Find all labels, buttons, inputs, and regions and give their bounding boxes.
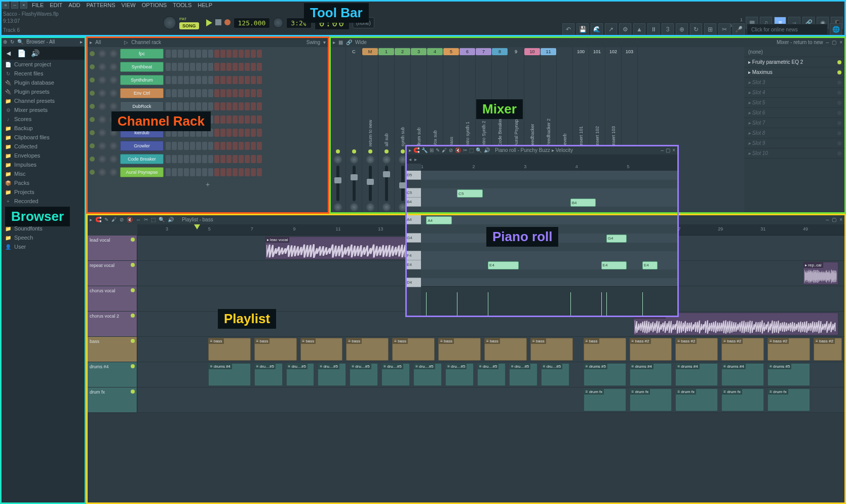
pl-close-icon[interactable]: × — [839, 217, 842, 222]
pr-grid-row[interactable] — [421, 207, 678, 216]
options-icon[interactable]: ⚙ — [619, 23, 631, 35]
step-button[interactable] — [233, 129, 238, 137]
step-button[interactable] — [196, 63, 201, 71]
tempo-display[interactable]: 125.000 — [234, 18, 271, 28]
mixer-wide[interactable]: Wide — [355, 40, 367, 45]
channel-button[interactable]: Punchy Buzz — [120, 114, 164, 125]
mixer-mute-led[interactable] — [352, 149, 356, 153]
pr-max-icon[interactable]: ▢ — [666, 147, 670, 153]
channel-pan-knob[interactable] — [98, 168, 107, 177]
channel-vol-knob[interactable] — [109, 102, 118, 111]
folder-icon[interactable]: 📄 — [17, 49, 26, 57]
step-button[interactable] — [166, 63, 171, 71]
channel-pan-knob[interactable] — [98, 141, 107, 150]
channel-button[interactable]: Synthdrum — [120, 75, 164, 85]
playlist-clip[interactable]: ≡ bass — [300, 338, 343, 361]
pl-menu-icon[interactable]: ▸ — [90, 217, 92, 222]
browser-item[interactable]: 📁Channel presets — [0, 96, 86, 105]
mixer-pan-knob[interactable] — [382, 156, 391, 164]
chrack-group[interactable]: All — [95, 40, 101, 45]
playlist-clip[interactable]: ≡ bass — [584, 338, 626, 361]
step-button[interactable] — [239, 102, 244, 110]
browser-item[interactable]: ⚙Mixer presets — [0, 105, 86, 114]
step-button[interactable] — [196, 102, 201, 110]
pr-nav-right-icon[interactable]: ▸ — [414, 157, 417, 162]
channel-led[interactable] — [90, 51, 95, 56]
mixer-pan-knob[interactable] — [334, 156, 342, 164]
swing-knob[interactable] — [273, 18, 283, 28]
velocity-bar[interactable] — [606, 292, 607, 317]
pr-slice-icon[interactable]: ✂ — [463, 147, 467, 153]
step-button[interactable] — [208, 155, 213, 163]
step-button[interactable] — [220, 129, 225, 137]
browser-item[interactable]: +Recorded — [0, 197, 86, 206]
mixer-track[interactable]: 1all sub — [378, 47, 395, 213]
step-button[interactable] — [239, 168, 244, 176]
mixer-send-knob[interactable] — [382, 203, 391, 211]
menu-edit[interactable]: EDIT — [47, 1, 65, 9]
mixer-slot[interactable]: ▸ Slot 10 — [744, 148, 845, 159]
export-icon[interactable]: ↗ — [605, 23, 617, 35]
step-button[interactable] — [190, 50, 195, 58]
step-button[interactable] — [166, 76, 171, 84]
mixer-fader[interactable] — [353, 166, 356, 201]
pr-nav-left-icon[interactable]: ◂ — [409, 157, 411, 162]
step-button[interactable] — [214, 129, 219, 137]
step-button[interactable] — [239, 50, 244, 58]
step-button[interactable] — [251, 155, 256, 163]
step-button[interactable] — [245, 50, 250, 58]
step-button[interactable] — [184, 115, 189, 124]
step-button[interactable] — [220, 50, 225, 58]
piano-key[interactable] — [406, 224, 421, 234]
step-button[interactable] — [233, 102, 238, 110]
step-button[interactable] — [226, 115, 232, 124]
piano-note[interactable]: E4 — [601, 261, 627, 269]
step-button[interactable] — [208, 168, 213, 176]
step-button[interactable] — [239, 63, 244, 71]
piano-key[interactable]: A4 — [406, 215, 421, 224]
step-button[interactable] — [233, 142, 238, 150]
step-button[interactable] — [190, 89, 195, 97]
step-button[interactable] — [202, 89, 207, 97]
playlist-clip[interactable]: ≡ dru…#5 — [509, 363, 537, 386]
playlist-clip[interactable]: ≡ bass — [484, 338, 527, 361]
step-button[interactable] — [178, 89, 183, 97]
playlist-clip[interactable]: ≡ dru…#5 — [541, 363, 569, 386]
step-button[interactable] — [226, 102, 232, 110]
channel-button[interactable]: Code Breaker — [120, 154, 164, 164]
mixer-view-icon[interactable]: ▦ — [338, 40, 343, 45]
mixer-fader[interactable] — [336, 166, 339, 201]
metronome-icon[interactable]: ▲ — [633, 23, 645, 35]
pl-paint-icon[interactable]: 🖌 — [111, 217, 117, 222]
browser-item[interactable]: 👤User — [0, 242, 86, 251]
step-button[interactable] — [196, 89, 201, 97]
step-button[interactable] — [166, 155, 171, 163]
mixer-send-knob[interactable] — [366, 203, 374, 211]
slot-led[interactable] — [837, 60, 841, 64]
browser-item[interactable]: 📁Soundfonts — [0, 224, 86, 233]
playlist-clip[interactable]: ≡ dru…#5 — [381, 363, 410, 386]
step-button[interactable] — [172, 89, 177, 97]
loop-icon[interactable]: ↻ — [690, 23, 702, 35]
step-button[interactable] — [245, 129, 250, 137]
step-button[interactable] — [208, 115, 213, 124]
playlist-clip[interactable]: ≡ dru…#5 — [318, 363, 346, 386]
step-button[interactable] — [251, 168, 256, 176]
channel-led[interactable] — [90, 143, 95, 148]
step-button[interactable] — [226, 129, 232, 137]
step-button[interactable] — [257, 129, 262, 137]
step-button[interactable] — [190, 129, 195, 137]
pr-draw-icon[interactable]: ✎ — [436, 147, 440, 153]
piano-key[interactable]: E4 — [406, 260, 421, 269]
step-button[interactable] — [226, 63, 232, 71]
step-button[interactable] — [239, 115, 244, 124]
news-panel[interactable]: Click for online news — [747, 24, 828, 35]
play-button[interactable] — [206, 19, 212, 26]
midi-none[interactable]: (none) — [353, 17, 374, 28]
step-button[interactable] — [190, 115, 195, 124]
countdown-icon[interactable]: 3 — [662, 23, 674, 35]
step-button[interactable] — [190, 168, 195, 176]
step-button[interactable] — [184, 63, 189, 71]
channel-pan-knob[interactable] — [98, 62, 107, 71]
pl-play-icon[interactable]: 🔊 — [168, 217, 174, 222]
